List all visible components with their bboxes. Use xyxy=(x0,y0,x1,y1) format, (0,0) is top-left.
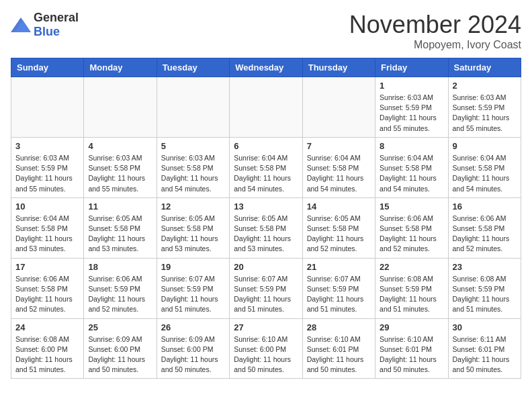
day-number: 20 xyxy=(234,262,298,272)
calendar-cell: 28Sunrise: 6:10 AMSunset: 6:01 PMDayligh… xyxy=(302,318,375,379)
day-number: 14 xyxy=(307,201,371,212)
calendar-cell: 24Sunrise: 6:08 AMSunset: 6:00 PMDayligh… xyxy=(11,318,84,379)
week-row-2: 3Sunrise: 6:03 AMSunset: 5:59 PMDaylight… xyxy=(11,137,521,197)
calendar-cell: 3Sunrise: 6:03 AMSunset: 5:59 PMDaylight… xyxy=(11,137,84,197)
header-row: SundayMondayTuesdayWednesdayThursdayFrid… xyxy=(11,58,521,77)
calendar-cell: 5Sunrise: 6:03 AMSunset: 5:58 PMDaylight… xyxy=(157,137,229,197)
day-number: 5 xyxy=(161,141,225,151)
day-info: Sunrise: 6:04 AMSunset: 5:58 PMDaylight:… xyxy=(380,153,443,194)
day-info: Sunrise: 6:11 AMSunset: 6:01 PMDaylight:… xyxy=(453,334,517,375)
day-info: Sunrise: 6:04 AMSunset: 5:58 PMDaylight:… xyxy=(307,153,371,194)
calendar-cell: 1Sunrise: 6:03 AMSunset: 5:59 PMDaylight… xyxy=(375,77,448,138)
day-number: 12 xyxy=(161,201,225,212)
location-title: Mopoyem, Ivory Coast xyxy=(349,39,521,51)
day-info: Sunrise: 6:05 AMSunset: 5:58 PMDaylight:… xyxy=(88,214,152,255)
day-info: Sunrise: 6:03 AMSunset: 5:58 PMDaylight:… xyxy=(161,153,225,194)
day-info: Sunrise: 6:05 AMSunset: 5:58 PMDaylight:… xyxy=(161,214,225,255)
month-title: November 2024 xyxy=(349,11,521,39)
day-number: 6 xyxy=(234,141,298,151)
day-info: Sunrise: 6:05 AMSunset: 5:58 PMDaylight:… xyxy=(307,214,371,255)
calendar-cell: 4Sunrise: 6:03 AMSunset: 5:58 PMDaylight… xyxy=(84,137,157,197)
day-info: Sunrise: 6:08 AMSunset: 5:59 PMDaylight:… xyxy=(453,274,517,315)
logo-text: General Blue xyxy=(34,11,79,39)
header-day-monday: Monday xyxy=(84,58,157,77)
day-info: Sunrise: 6:07 AMSunset: 5:59 PMDaylight:… xyxy=(161,274,225,315)
logo-blue: Blue xyxy=(34,25,60,38)
day-info: Sunrise: 6:08 AMSunset: 6:00 PMDaylight:… xyxy=(15,334,79,375)
day-info: Sunrise: 6:03 AMSunset: 5:59 PMDaylight:… xyxy=(15,153,79,194)
calendar-cell: 16Sunrise: 6:06 AMSunset: 5:58 PMDayligh… xyxy=(448,197,521,258)
day-number: 29 xyxy=(380,322,443,332)
calendar-cell: 27Sunrise: 6:10 AMSunset: 6:00 PMDayligh… xyxy=(230,318,302,379)
calendar-cell: 26Sunrise: 6:09 AMSunset: 6:00 PMDayligh… xyxy=(157,318,229,379)
day-info: Sunrise: 6:10 AMSunset: 6:01 PMDaylight:… xyxy=(380,334,443,375)
day-number: 13 xyxy=(234,201,298,212)
calendar-cell: 13Sunrise: 6:05 AMSunset: 5:58 PMDayligh… xyxy=(230,197,302,258)
day-number: 10 xyxy=(15,201,79,212)
title-block: November 2024 Mopoyem, Ivory Coast xyxy=(349,11,521,51)
day-number: 25 xyxy=(88,322,152,332)
day-info: Sunrise: 6:07 AMSunset: 5:59 PMDaylight:… xyxy=(307,274,371,315)
calendar-cell: 29Sunrise: 6:10 AMSunset: 6:01 PMDayligh… xyxy=(375,318,448,379)
day-number: 21 xyxy=(307,262,371,272)
day-number: 11 xyxy=(88,201,152,212)
calendar-cell xyxy=(302,77,375,138)
day-info: Sunrise: 6:08 AMSunset: 5:59 PMDaylight:… xyxy=(380,274,443,315)
day-number: 3 xyxy=(15,141,79,151)
calendar-cell xyxy=(84,77,157,138)
day-info: Sunrise: 6:10 AMSunset: 6:01 PMDaylight:… xyxy=(307,334,371,375)
day-number: 8 xyxy=(380,141,443,151)
header-day-sunday: Sunday xyxy=(11,58,84,77)
day-number: 4 xyxy=(88,141,152,151)
calendar-cell: 18Sunrise: 6:06 AMSunset: 5:59 PMDayligh… xyxy=(84,258,157,318)
day-info: Sunrise: 6:03 AMSunset: 5:58 PMDaylight:… xyxy=(88,153,152,194)
calendar-cell xyxy=(11,77,84,138)
day-info: Sunrise: 6:07 AMSunset: 5:59 PMDaylight:… xyxy=(234,274,298,315)
calendar-cell: 12Sunrise: 6:05 AMSunset: 5:58 PMDayligh… xyxy=(157,197,229,258)
day-number: 18 xyxy=(88,262,152,272)
day-number: 30 xyxy=(453,322,517,332)
day-info: Sunrise: 6:04 AMSunset: 5:58 PMDaylight:… xyxy=(453,153,517,194)
calendar-cell: 30Sunrise: 6:11 AMSunset: 6:01 PMDayligh… xyxy=(448,318,521,379)
calendar-cell: 2Sunrise: 6:03 AMSunset: 5:59 PMDaylight… xyxy=(448,77,521,138)
day-info: Sunrise: 6:06 AMSunset: 5:58 PMDaylight:… xyxy=(380,214,443,255)
day-info: Sunrise: 6:03 AMSunset: 5:59 PMDaylight:… xyxy=(453,93,517,134)
day-number: 9 xyxy=(453,141,517,151)
day-number: 28 xyxy=(307,322,371,332)
day-number: 7 xyxy=(307,141,371,151)
page-header: General Blue November 2024 Mopoyem, Ivor… xyxy=(11,11,521,51)
week-row-1: 1Sunrise: 6:03 AMSunset: 5:59 PMDaylight… xyxy=(11,77,521,138)
calendar-cell: 10Sunrise: 6:04 AMSunset: 5:58 PMDayligh… xyxy=(11,197,84,258)
day-number: 19 xyxy=(161,262,225,272)
calendar-table: SundayMondayTuesdayWednesdayThursdayFrid… xyxy=(11,58,521,379)
header-day-saturday: Saturday xyxy=(448,58,521,77)
day-info: Sunrise: 6:05 AMSunset: 5:58 PMDaylight:… xyxy=(234,214,298,255)
week-row-5: 24Sunrise: 6:08 AMSunset: 6:00 PMDayligh… xyxy=(11,318,521,379)
calendar-cell: 6Sunrise: 6:04 AMSunset: 5:58 PMDaylight… xyxy=(230,137,302,197)
calendar-cell: 14Sunrise: 6:05 AMSunset: 5:58 PMDayligh… xyxy=(302,197,375,258)
day-number: 24 xyxy=(15,322,79,332)
week-row-4: 17Sunrise: 6:06 AMSunset: 5:58 PMDayligh… xyxy=(11,258,521,318)
calendar-cell xyxy=(157,77,229,138)
calendar-cell: 21Sunrise: 6:07 AMSunset: 5:59 PMDayligh… xyxy=(302,258,375,318)
day-info: Sunrise: 6:06 AMSunset: 5:59 PMDaylight:… xyxy=(88,274,152,315)
header-day-wednesday: Wednesday xyxy=(230,58,302,77)
logo-icon xyxy=(11,17,31,32)
day-number: 23 xyxy=(453,262,517,272)
day-info: Sunrise: 6:04 AMSunset: 5:58 PMDaylight:… xyxy=(15,214,79,255)
calendar-cell: 7Sunrise: 6:04 AMSunset: 5:58 PMDaylight… xyxy=(302,137,375,197)
header-day-tuesday: Tuesday xyxy=(157,58,229,77)
day-info: Sunrise: 6:04 AMSunset: 5:58 PMDaylight:… xyxy=(234,153,298,194)
calendar-cell: 9Sunrise: 6:04 AMSunset: 5:58 PMDaylight… xyxy=(448,137,521,197)
day-number: 26 xyxy=(161,322,225,332)
day-info: Sunrise: 6:09 AMSunset: 6:00 PMDaylight:… xyxy=(88,334,152,375)
day-info: Sunrise: 6:09 AMSunset: 6:00 PMDaylight:… xyxy=(161,334,225,375)
calendar-cell: 19Sunrise: 6:07 AMSunset: 5:59 PMDayligh… xyxy=(157,258,229,318)
header-day-thursday: Thursday xyxy=(302,58,375,77)
calendar-cell: 23Sunrise: 6:08 AMSunset: 5:59 PMDayligh… xyxy=(448,258,521,318)
day-info: Sunrise: 6:03 AMSunset: 5:59 PMDaylight:… xyxy=(380,93,443,134)
day-info: Sunrise: 6:06 AMSunset: 5:58 PMDaylight:… xyxy=(453,214,517,255)
calendar-cell: 11Sunrise: 6:05 AMSunset: 5:58 PMDayligh… xyxy=(84,197,157,258)
day-info: Sunrise: 6:10 AMSunset: 6:00 PMDaylight:… xyxy=(234,334,298,375)
day-number: 27 xyxy=(234,322,298,332)
